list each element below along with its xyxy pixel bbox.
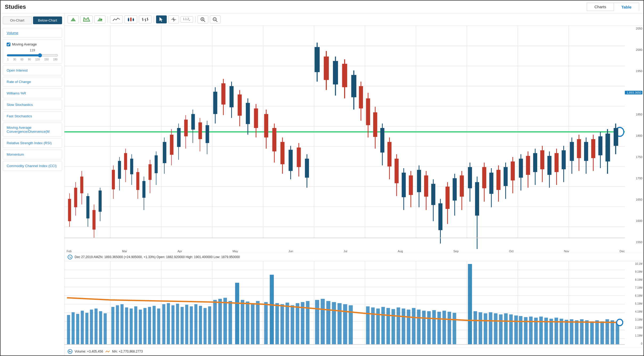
svg-rect-329 xyxy=(69,351,70,352)
svg-rect-259 xyxy=(246,302,249,345)
svg-rect-148 xyxy=(424,175,428,197)
sidebar-item-rsi[interactable]: Relative Strength Index (RSI) xyxy=(3,138,62,148)
sidebar-item-macd[interactable]: Moving Average Convergence/Divervence(M xyxy=(3,123,62,136)
svg-rect-319 xyxy=(585,320,589,345)
area-chart-btn[interactable] xyxy=(80,15,93,23)
cursor-tool-btn[interactable] xyxy=(156,15,167,23)
svg-rect-275 xyxy=(337,303,341,345)
crosshair-tool-btn[interactable] xyxy=(168,15,179,23)
slider-value: 119 xyxy=(7,48,58,52)
svg-rect-224 xyxy=(76,314,79,345)
svg-rect-295 xyxy=(453,313,456,345)
svg-rect-271 xyxy=(315,300,319,345)
x-axis-labels: Feb Mar Apr May Jun Jul Aug Sep Oct Nov … xyxy=(64,249,643,253)
svg-rect-186 xyxy=(562,150,566,169)
svg-rect-90 xyxy=(191,114,195,130)
main-content: On-Chart Below-Chart Volume Moving Avera… xyxy=(1,13,643,355)
svg-rect-315 xyxy=(565,320,568,345)
svg-rect-56 xyxy=(74,188,77,207)
svg-rect-152 xyxy=(438,203,442,230)
sidebar-item-cci[interactable]: Commodity Channel Index (CCI) xyxy=(3,161,62,171)
svg-rect-238 xyxy=(143,308,146,345)
top-bar: Studies Charts Table xyxy=(1,1,643,13)
moving-average-checkbox[interactable] xyxy=(7,43,10,46)
volume-info-text: Volume: +3,405,456 xyxy=(75,350,103,353)
sidebar-tab-row: On-Chart Below-Chart xyxy=(3,16,62,24)
svg-rect-237 xyxy=(139,310,142,345)
svg-rect-178 xyxy=(533,153,537,172)
svg-rect-126 xyxy=(342,64,347,87)
svg-rect-232 xyxy=(116,305,119,345)
bar-chart-btn[interactable] xyxy=(139,15,152,23)
svg-rect-286 xyxy=(407,310,410,345)
tab-below-chart[interactable]: Below-Chart xyxy=(33,16,62,24)
zoom-in-btn[interactable] xyxy=(198,15,208,23)
sidebar-item-fast-stochastics[interactable]: Fast Stochastics xyxy=(3,111,62,121)
svg-rect-168 xyxy=(496,170,500,190)
svg-rect-269 xyxy=(301,302,304,345)
svg-rect-54 xyxy=(68,199,71,221)
label-tool-btn[interactable]: 1.1.2↙ xyxy=(181,16,193,23)
sidebar-item-williams-r[interactable]: Williams %R xyxy=(3,88,62,98)
svg-rect-230 xyxy=(104,313,107,345)
svg-rect-64 xyxy=(99,191,101,212)
candlestick-btn[interactable] xyxy=(124,15,137,23)
slider-ticks: 1 30 60 90 120 150 180 xyxy=(7,58,58,61)
zoom-out-btn[interactable] xyxy=(210,15,221,23)
svg-rect-200 xyxy=(614,128,618,146)
sidebar-item-momentum[interactable]: Momentum xyxy=(3,150,62,159)
svg-rect-172 xyxy=(511,162,515,180)
svg-rect-130 xyxy=(359,86,363,109)
svg-rect-282 xyxy=(386,308,390,345)
svg-rect-78 xyxy=(149,164,152,180)
moving-average-label: Moving Average xyxy=(7,42,58,46)
ma-slider[interactable] xyxy=(7,53,58,57)
volume-chart-svg[interactable] xyxy=(64,261,625,347)
svg-rect-150 xyxy=(431,184,435,205)
svg-rect-66 xyxy=(112,170,115,189)
sidebar-item-slow-stochastics[interactable]: Slow Stochastics xyxy=(3,100,62,110)
line-chart-btn[interactable] xyxy=(110,15,123,23)
svg-rect-174 xyxy=(519,159,523,177)
svg-rect-76 xyxy=(142,181,145,198)
svg-line-24 xyxy=(203,20,205,22)
svg-rect-226 xyxy=(85,313,88,345)
mountain-chart-btn[interactable] xyxy=(68,15,79,23)
svg-rect-317 xyxy=(575,320,578,345)
svg-rect-254 xyxy=(218,299,222,344)
svg-rect-196 xyxy=(598,136,602,155)
svg-rect-312 xyxy=(549,319,553,345)
svg-rect-92 xyxy=(198,122,202,139)
svg-rect-292 xyxy=(437,312,441,345)
hlc-chart-btn[interactable] xyxy=(94,15,105,23)
svg-rect-256 xyxy=(229,301,232,345)
svg-rect-58 xyxy=(80,177,83,193)
sidebar-item-open-interest[interactable]: Open Interest xyxy=(3,65,62,75)
svg-rect-260 xyxy=(251,303,254,345)
svg-rect-272 xyxy=(321,299,325,344)
svg-rect-322 xyxy=(600,321,604,345)
svg-rect-223 xyxy=(72,312,75,345)
svg-line-28 xyxy=(216,20,217,22)
svg-rect-314 xyxy=(560,319,563,345)
tab-charts[interactable]: Charts xyxy=(587,3,614,11)
charts-container: 2050 2000 1950 1,893.3650 1850 1800 1750… xyxy=(64,26,643,355)
moving-average-text: Moving Average xyxy=(12,42,37,46)
tab-table[interactable]: Table xyxy=(614,3,639,11)
svg-rect-250 xyxy=(199,306,202,345)
svg-rect-198 xyxy=(605,134,610,162)
svg-rect-318 xyxy=(580,319,584,345)
svg-rect-289 xyxy=(422,311,426,345)
price-chart-svg[interactable] xyxy=(64,26,625,249)
svg-rect-279 xyxy=(371,308,374,345)
svg-rect-112 xyxy=(280,142,284,164)
svg-rect-252 xyxy=(208,307,211,345)
sidebar-item-rate-of-change[interactable]: Rate of Change xyxy=(3,77,62,87)
svg-rect-296 xyxy=(468,264,472,345)
svg-rect-182 xyxy=(547,156,551,175)
moving-average-section: Moving Average 119 1 30 60 90 120 150 18… xyxy=(3,39,62,64)
svg-rect-285 xyxy=(402,309,405,345)
sidebar-item-volume[interactable]: Volume xyxy=(3,28,62,38)
volume-icon xyxy=(68,349,72,354)
tab-on-chart[interactable]: On-Chart xyxy=(3,16,32,24)
